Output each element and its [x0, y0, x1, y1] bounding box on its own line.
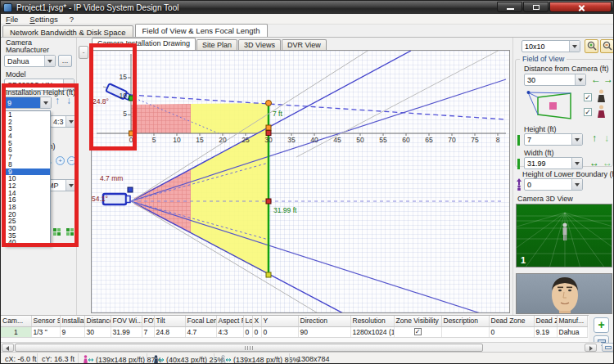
main-tab[interactable]: Field of View & Lens Focal Length [135, 24, 268, 37]
browse-manufacturer-button[interactable]: ... [58, 55, 72, 67]
minimize-button[interactable] [497, 2, 522, 12]
canvas-tab[interactable]: Camera Installation Drawing [92, 38, 196, 50]
table-column-header[interactable]: Description [441, 316, 489, 326]
table-column-header[interactable]: Installat... [60, 316, 84, 326]
detection-person-icon [153, 355, 165, 364]
person1-checkbox[interactable]: ✓ [584, 93, 592, 101]
table-column-header[interactable]: FOV Heig... [142, 316, 154, 326]
cell-description[interactable] [441, 326, 489, 337]
table-column-header[interactable]: Y [261, 316, 298, 326]
table-column-header[interactable]: Aspect Ra... [216, 316, 243, 326]
cell-direction[interactable]: 90 [298, 326, 350, 337]
manufacturer-select[interactable]: Dahua [4, 55, 56, 67]
scroll-right-button[interactable] [585, 344, 597, 352]
table-column-header[interactable]: Distance [84, 316, 111, 326]
cell-y[interactable]: 0 [261, 326, 298, 337]
grid-icon[interactable] [53, 228, 61, 236]
chevron-down-icon[interactable] [571, 134, 582, 145]
grid-size-select[interactable]: 10x10 [521, 40, 580, 52]
collapse-panel-button[interactable]: - [79, 46, 88, 59]
height-up-arrow-icon[interactable]: ↑ [55, 95, 60, 106]
chevron-down-icon[interactable] [40, 97, 51, 108]
cell-tilt[interactable]: 24.8 [154, 326, 185, 337]
table-column-header[interactable]: Sensor Si... [31, 316, 60, 326]
chevron-down-icon[interactable] [44, 56, 55, 66]
maximize-button[interactable] [523, 2, 549, 12]
zoom-out-button[interactable] [600, 39, 614, 53]
cell-distance[interactable]: 30 [84, 326, 111, 337]
zoom-in-circle-icon[interactable]: + [56, 156, 65, 165]
move-closer-arrow-icon[interactable]: ← [591, 74, 601, 85]
chevron-down-icon[interactable] [571, 179, 582, 190]
menu-item[interactable]: Settings [29, 15, 57, 24]
height-down-arrow-icon[interactable]: ↓ [66, 95, 71, 106]
table-column-header[interactable]: Direction [298, 316, 350, 326]
installation-drawing-canvas[interactable]: 15105 0510152025303540455055606570758 24… [91, 50, 510, 313]
table-column-header[interactable]: X [252, 316, 261, 326]
main-tab[interactable]: Network Bandwidth & Disk Space [2, 25, 133, 37]
camera-3d-viewport[interactable]: 1 [516, 204, 612, 267]
cell-zone-visibility[interactable]: ✓ [394, 326, 441, 337]
chevron-down-icon[interactable] [65, 116, 76, 127]
cell-sensor[interactable]: 1/3 " [31, 326, 60, 337]
person2-checkbox[interactable]: ✓ [584, 108, 592, 116]
add-camera-button[interactable]: + [594, 317, 609, 333]
cell-fov-height[interactable]: 7 [142, 326, 154, 337]
zoom-in-button[interactable] [585, 39, 598, 53]
cell-dead-zone[interactable]: 0 [489, 326, 534, 337]
menu-bar: FileSettings? [1, 14, 613, 25]
horizontal-scrollbar[interactable] [1, 342, 601, 352]
table-column-header[interactable]: Manuf... [557, 316, 588, 326]
cell-install[interactable]: 9 [60, 326, 84, 337]
chevron-down-icon[interactable] [575, 74, 585, 85]
canvas-tab[interactable]: 3D Views [238, 39, 281, 50]
chevron-down-icon[interactable] [571, 158, 582, 169]
table-column-header[interactable]: Focal Len... [185, 316, 216, 326]
height-increase-arrow-icon[interactable]: ↑ [592, 133, 597, 144]
lower-boundary-select[interactable]: 0 [524, 178, 583, 191]
close-button[interactable] [549, 2, 612, 12]
chevron-down-icon[interactable] [65, 180, 76, 191]
y-tick-label: 15 [113, 73, 127, 92]
cell-lower[interactable]: 0 [243, 326, 252, 337]
cell-dead-zone-width[interactable]: 9.19 [534, 326, 557, 337]
menu-item[interactable]: File [6, 15, 18, 24]
cell-cam[interactable]: 1 [1, 326, 31, 337]
table-column-header[interactable]: Resolution [350, 316, 394, 326]
grid-icon[interactable] [66, 228, 74, 236]
view-height-select[interactable]: 7 [524, 133, 583, 146]
canvas-tab[interactable]: Site Plan [196, 39, 237, 50]
table-column-header[interactable]: Dead Zone Width [534, 316, 557, 326]
aspect-ratio-select[interactable]: 4:3 [50, 115, 77, 128]
table-column-header[interactable]: Cam... [1, 316, 31, 326]
cell-aspect[interactable]: 4:3 [216, 326, 243, 337]
cell-fov-width[interactable]: 31.99 [111, 326, 142, 337]
cell-resolution[interactable]: 1280x1024 (1.3 MP [350, 326, 394, 337]
height-decrease-arrow-icon[interactable]: ↓ [604, 133, 609, 144]
chevron-down-icon[interactable] [569, 41, 580, 52]
corner-button[interactable] [602, 343, 614, 352]
canvas-tab[interactable]: DVR View [282, 39, 327, 50]
table-column-header[interactable]: Lower Bou... [243, 316, 252, 326]
width-shrink-arrow-icon[interactable]: ↔ [603, 157, 612, 169]
width-expand-arrow-icon[interactable]: ↔ [589, 157, 599, 169]
scrollbar-thumb[interactable] [15, 344, 483, 352]
table-row[interactable]: 1 1/3 " 9 30 31.99 7 24.8 4.7 4:3 0 0 0 … [1, 326, 588, 337]
view-width-select[interactable]: 31.99 [524, 157, 583, 169]
cell-focal[interactable]: 4.7 [185, 326, 216, 337]
menu-item[interactable]: ? [70, 15, 74, 24]
zoom-out-circle-icon[interactable]: − [67, 156, 76, 165]
maximize-icon [533, 5, 540, 10]
height-option[interactable]: 40 [5, 239, 50, 246]
table-column-header[interactable]: Tilt [154, 316, 185, 326]
table-column-header[interactable]: FOV Wi... [111, 316, 142, 326]
installation-height-select[interactable]: 9 [4, 97, 52, 109]
table-column-header[interactable]: Dead Zone [489, 316, 534, 326]
scroll-left-button[interactable] [2, 344, 14, 352]
move-farther-arrow-icon[interactable]: → [603, 74, 613, 85]
distance-select[interactable]: 30 [524, 74, 586, 86]
zone-visibility-checkbox[interactable]: ✓ [414, 328, 422, 335]
table-column-header[interactable]: Zone Visibility [394, 316, 441, 326]
cell-x[interactable]: 0 [252, 326, 261, 337]
cell-manufacturer[interactable]: Dahua [557, 326, 588, 337]
